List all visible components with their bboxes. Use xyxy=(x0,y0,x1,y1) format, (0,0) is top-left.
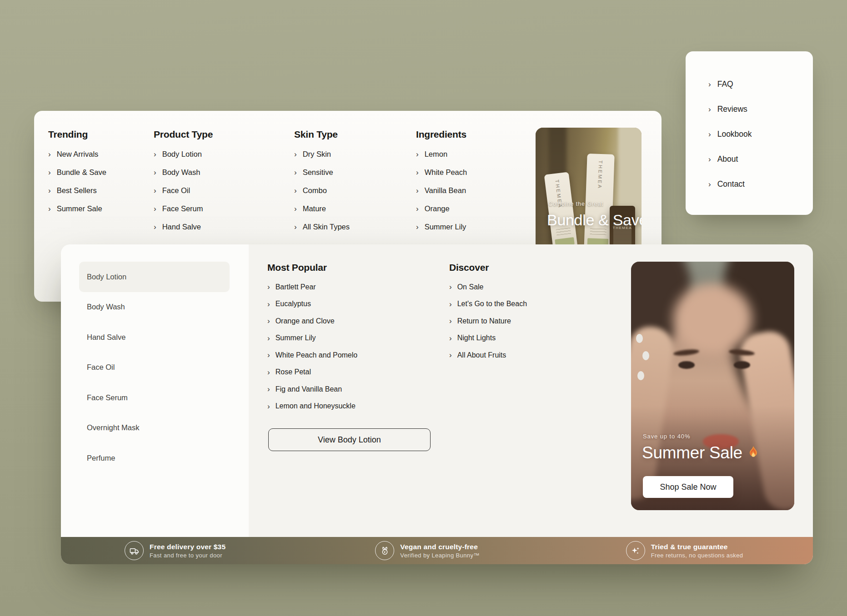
chevron-right-icon xyxy=(449,334,452,342)
menu-link[interactable]: Dry Skin xyxy=(294,145,403,163)
chevron-right-icon xyxy=(154,223,156,231)
quick-menu-panel: FAQ Reviews Lookbook About xyxy=(686,51,813,215)
chevron-right-icon xyxy=(708,105,711,113)
menu-link[interactable]: White Peach xyxy=(416,163,525,181)
menu-link[interactable]: Best Sellers xyxy=(48,181,157,199)
collection-link-label: All About Fruits xyxy=(457,351,506,359)
collection-link-label: On Sale xyxy=(457,283,484,291)
quick-menu-link[interactable]: Lookbook xyxy=(708,122,813,147)
collection-link[interactable]: Let's Go to the Beach xyxy=(449,296,613,313)
menu-link[interactable]: Face Serum xyxy=(154,199,263,218)
menu-link[interactable]: Summer Lily xyxy=(416,218,525,236)
shop-sale-now-button[interactable]: Shop Sale Now xyxy=(643,476,733,498)
scent-link-label: Eucalyptus xyxy=(276,300,311,308)
benefit-vegan: Vegan and cruelty-free Verified by Leapi… xyxy=(311,537,562,564)
scent-link-label: Rose Petal xyxy=(276,368,311,376)
benefit-subtitle: Fast and free to your door xyxy=(150,552,226,559)
menu-link[interactable]: Sensitive xyxy=(294,163,403,181)
column-title: Most Popular xyxy=(267,262,440,273)
menu-link-label: White Peach xyxy=(425,168,467,177)
chevron-right-icon xyxy=(267,317,270,325)
menu-link[interactable]: Lemon xyxy=(416,145,525,163)
menu-link[interactable]: Body Lotion xyxy=(154,145,263,163)
quick-menu-link[interactable]: FAQ xyxy=(708,72,813,97)
chevron-right-icon xyxy=(294,187,297,194)
scent-link[interactable]: Fig and Vanilla Bean xyxy=(267,381,440,398)
menu-link[interactable]: Hand Salve xyxy=(154,218,263,236)
quick-menu-link[interactable]: Contact xyxy=(708,172,813,197)
sidebar-category-label: Face Serum xyxy=(87,393,128,402)
scent-link-label: White Peach and Pomelo xyxy=(276,351,358,359)
scent-link[interactable]: Rose Petal xyxy=(267,364,440,381)
benefit-subtitle: Verified by Leaping Bunny™ xyxy=(400,552,479,559)
sidebar-category-item[interactable]: Overnight Mask xyxy=(79,413,230,443)
summer-sale-promo-card[interactable]: Save up to 40% Summer Sale Shop Sale Now xyxy=(631,262,794,510)
chevron-right-icon xyxy=(449,317,452,325)
view-body-lotion-button[interactable]: View Body Lotion xyxy=(268,428,431,451)
menu-link[interactable]: Bundle & Save xyxy=(48,163,157,181)
menu-link-label: Dry Skin xyxy=(303,150,331,159)
quick-menu-label: Contact xyxy=(717,179,745,189)
sidebar-category-item[interactable]: Face Serum xyxy=(79,383,230,413)
sidebar-category-item[interactable]: Face Oil xyxy=(79,353,230,383)
sale-photo-skin-highlight xyxy=(673,284,752,353)
sidebar-category-item[interactable]: Hand Salve xyxy=(79,322,230,353)
benefit-text: Vegan and cruelty-free Verified by Leapi… xyxy=(400,542,479,559)
sidebar-category-item[interactable]: Body Lotion xyxy=(79,262,230,292)
menu-link-label: Bundle & Save xyxy=(57,168,106,177)
menu-link-label: New Arrivals xyxy=(57,150,99,159)
sidebar-category-item[interactable]: Body Wash xyxy=(79,292,230,323)
menu-link-label: Body Wash xyxy=(162,168,200,177)
chevron-right-icon xyxy=(708,155,711,163)
collection-link[interactable]: On Sale xyxy=(449,278,613,296)
scent-link[interactable]: Orange and Clove xyxy=(267,313,440,330)
quick-menu-link[interactable]: Reviews xyxy=(708,97,813,122)
collection-link[interactable]: Return to Nature xyxy=(449,313,613,330)
menu-link[interactable]: Vanilla Bean xyxy=(416,181,525,199)
sale-photo-nail xyxy=(642,351,649,360)
collection-link-label: Return to Nature xyxy=(457,317,511,325)
menu-link[interactable]: Combo xyxy=(294,181,403,199)
sidebar-category-item[interactable]: Perfume xyxy=(79,443,230,473)
mega-column-ingredients: Ingredients Lemon White Peach xyxy=(416,129,525,236)
chevron-right-icon xyxy=(449,351,452,359)
menu-link[interactable]: All Skin Types xyxy=(294,218,403,236)
menu-link[interactable]: New Arrivals xyxy=(48,145,157,163)
scent-link[interactable]: Summer Lily xyxy=(267,330,440,347)
promo-title: Bundle & Save xyxy=(547,211,642,229)
chevron-right-icon xyxy=(708,180,711,188)
menu-link[interactable]: Mature xyxy=(294,199,403,218)
chevron-right-icon xyxy=(416,169,419,176)
page-background: Trending New Arrivals Bundle & Save xyxy=(0,0,847,616)
collection-link[interactable]: All About Fruits xyxy=(449,347,613,364)
menu-link[interactable]: Orange xyxy=(416,199,525,218)
menu-link-label: Combo xyxy=(303,186,327,195)
menu-link[interactable]: Summer Sale xyxy=(48,199,157,218)
chevron-right-icon xyxy=(294,223,297,231)
scent-link[interactable]: Lemon and Honeysuckle xyxy=(267,398,440,415)
chevron-right-icon xyxy=(267,283,270,291)
menu-link-label: Vanilla Bean xyxy=(425,186,466,195)
quick-menu-label: About xyxy=(717,154,738,164)
menu-link-label: Best Sellers xyxy=(57,186,97,195)
scent-link[interactable]: Bartlett Pear xyxy=(267,278,440,296)
chevron-right-icon xyxy=(708,80,711,88)
most-popular-column: Most Popular Bartlett Pear Eucalyptus xyxy=(267,262,440,415)
benefit-title: Free delivery over $35 xyxy=(150,542,226,551)
scent-link[interactable]: White Peach and Pomelo xyxy=(267,347,440,364)
category-menu-panel: Body Lotion Body Wash Hand Salve Face Oi… xyxy=(61,244,813,564)
menu-link[interactable]: Face Oil xyxy=(154,181,263,199)
menu-link[interactable]: Body Wash xyxy=(154,163,263,181)
fire-emoji xyxy=(747,445,760,461)
benefit-title: Tried & true guarantee xyxy=(651,542,743,551)
collection-link[interactable]: Night Lights xyxy=(449,330,613,347)
quick-menu-link[interactable]: About xyxy=(708,147,813,172)
chevron-right-icon xyxy=(154,205,156,213)
scent-link[interactable]: Eucalyptus xyxy=(267,296,440,313)
column-title: Discover xyxy=(449,262,613,273)
chevron-right-icon xyxy=(267,300,270,308)
category-sidebar: Body Lotion Body Wash Hand Salve Face Oi… xyxy=(61,244,249,537)
sidebar-category-label: Body Lotion xyxy=(87,273,126,281)
menu-link-label: Summer Lily xyxy=(425,223,466,231)
chevron-right-icon xyxy=(267,402,270,410)
